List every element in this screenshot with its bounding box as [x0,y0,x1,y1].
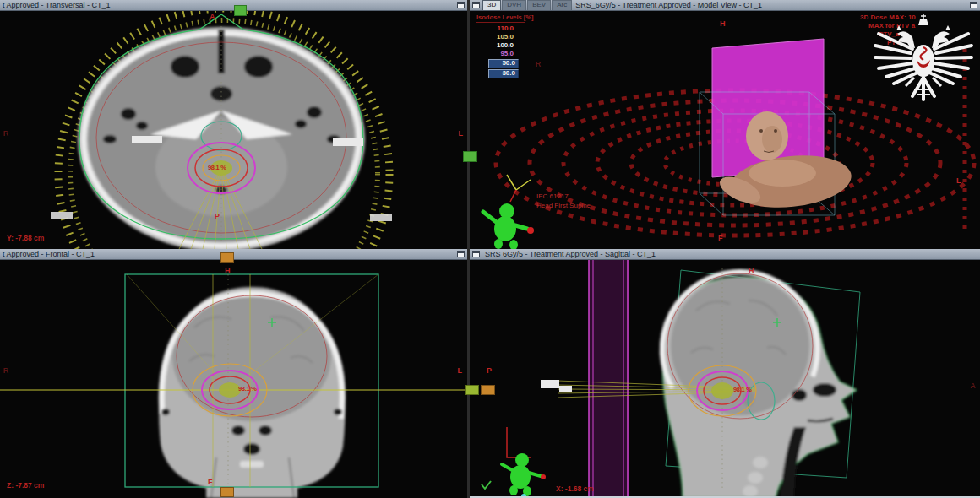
orientation-label-right: R [536,60,542,68]
isodose-level[interactable]: 105.0 [476,33,525,41]
viewport-title: SRS_6Gy/5 - Treatment Approved - Model V… [573,1,765,9]
slice-coordinate: X: -1.68 cm [556,484,594,493]
beam-plane-edge [589,260,629,498]
orientation-label-right: R [3,129,9,138]
dose-value-label: 98.1 % [208,164,226,171]
isodose-level[interactable]: 50.0 [488,59,519,68]
orientation-label-left: L [956,176,961,185]
plane-scroll-handle[interactable] [220,487,234,497]
axis-marker-red [507,427,531,457]
patient-orientation-figure [502,453,546,498]
isodose-legend-header: Isodose Levels [%] [476,14,525,23]
orientation-label-feet: F [208,478,213,486]
isodose-level[interactable]: 30.0 [488,69,519,78]
titlebar-model: 3D DVH BEV Arc SRS_6Gy/5 - Treatment App… [470,0,980,11]
jaw-marker [541,380,559,388]
tab-dvh[interactable]: DVH [502,0,526,11]
dose-value-label: 98.1 % [238,385,257,392]
isodose-level[interactable]: 95.0 [476,50,525,58]
isodose-level[interactable]: 100.0 [476,41,525,50]
orientation-label-anterior: A [971,382,977,390]
plane-scroll-handle[interactable] [463,151,477,162]
titlebar-sagittal: SRS 6Gy/5 - Treatment Approved - Sagitta… [470,249,980,260]
viewport-transversal[interactable]: t Approved - Transversal - CT_1 [0,0,467,249]
slice-coordinate: Z: -7.87 cm [7,481,44,490]
plane-scroll-handle[interactable] [466,385,479,395]
orientation-label-head: H [749,267,754,275]
orientation-label-right: R [3,366,9,375]
viewport-frontal[interactable]: t Approved - Frontal - CT_1 [0,249,467,498]
orientation-label-feet: F [718,234,723,242]
ministry-of-health-eagle-logo [868,12,978,113]
tab-bev[interactable]: BEV [527,0,551,11]
ct-head-coronal [159,287,345,498]
double-headed-eagle-icon [868,12,978,113]
ct-axial-slice [0,11,467,249]
approved-check-icon [482,481,491,489]
canvas-sagittal[interactable]: H P A 98.1 % X: -1.68 cm [470,260,980,498]
orientation-label-head: H [720,19,726,28]
orientation-label-posterior: P [487,366,492,375]
jaw-marker [559,386,572,392]
tab-arc[interactable]: Arc [552,0,572,11]
canvas-transversal[interactable]: A P R L 98.1 % Y: -7.88 cm [0,11,467,249]
window-restore-icon[interactable] [472,2,480,8]
tab-3d[interactable]: 3D [482,0,501,11]
isodose-level[interactable]: 110.0 [476,24,525,33]
plane-scroll-handle[interactable] [234,5,247,16]
plane-scroll-handle[interactable] [220,252,234,263]
patient-orientation-text: IEC 61217 Head First Supine [536,192,591,210]
dose-value-label: 98.1 % [733,386,752,393]
viewport-title: SRS 6Gy/5 - Treatment Approved - Sagitta… [482,250,658,258]
ct-head-sagittal [662,272,857,498]
viewport-title: t Approved - Transversal - CT_1 [0,1,113,9]
ct-sagittal-slice [470,260,980,498]
orientation-label-head: H [225,267,231,275]
window-restore-icon[interactable] [970,2,977,8]
canvas-frontal[interactable]: H F R L 98.1 % Z: -7.87 cm [0,260,467,498]
isodose-legend: Isodose Levels [%] 110.0 105.0 100.0 95.… [476,14,525,79]
slice-coordinate: Y: -7.88 cm [7,234,44,242]
ct-coronal-slice [0,260,467,498]
viewport-title: t Approved - Frontal - CT_1 [0,250,97,258]
orientation-label-posterior: P [215,212,220,220]
treatment-planning-window: t Approved - Transversal - CT_1 [0,0,980,498]
window-restore-icon[interactable] [457,251,465,257]
window-restore-icon[interactable] [472,251,480,257]
window-restore-icon[interactable] [457,2,465,8]
viewport-sagittal[interactable]: SRS 6Gy/5 - Treatment Approved - Sagitta… [470,249,980,498]
orientation-label-anterior: A [210,13,215,21]
plane-scroll-handle[interactable] [481,385,495,395]
orientation-label-left: L [459,129,464,138]
orientation-label-left: L [458,366,463,375]
patient-orientation-figure [483,203,534,249]
